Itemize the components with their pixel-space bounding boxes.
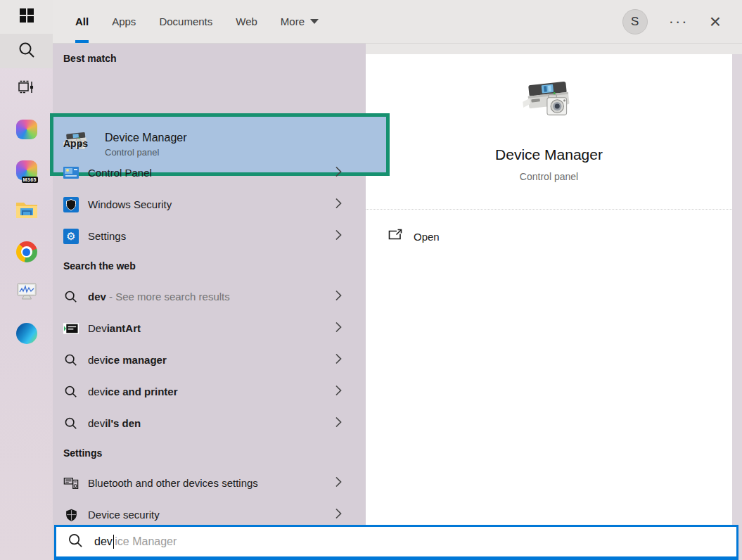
search-flyout: All Apps Documents Web More S ··· × — [53, 0, 742, 560]
shield-icon — [63, 508, 79, 522]
best-match-title: Device Manager — [105, 132, 187, 144]
deviantart-logo-icon — [63, 323, 79, 334]
task-view-icon — [17, 78, 36, 99]
chevron-right-icon — [335, 353, 342, 367]
close-icon: × — [710, 11, 721, 32]
file-explorer-icon — [15, 201, 38, 222]
performance-monitor-icon — [16, 282, 37, 304]
copilot-icon — [16, 120, 37, 139]
result-web-device-and-printer[interactable]: device and printer — [53, 380, 366, 403]
search-suggestion-text: ice Manager — [115, 535, 177, 548]
tab-web[interactable]: Web — [236, 0, 257, 43]
ellipsis-icon: ··· — [669, 13, 689, 30]
open-label: Open — [414, 231, 440, 243]
chrome-icon — [16, 241, 37, 262]
open-action[interactable]: Open — [366, 228, 732, 245]
device-manager-icon — [366, 77, 732, 134]
result-control-panel[interactable]: Control Panel — [53, 161, 366, 184]
result-windows-security[interactable]: Windows Security — [53, 193, 366, 216]
section-settings: Settings — [63, 447, 102, 459]
result-bluetooth-settings[interactable]: Bluetooth and other devices settings — [53, 471, 366, 495]
preview-title: Device Manager — [366, 146, 732, 163]
windows-security-icon — [63, 197, 79, 212]
best-match-subtitle: Control panel — [105, 147, 187, 158]
bluetooth-devices-icon — [63, 476, 79, 491]
section-best-match: Best match — [63, 53, 116, 64]
chevron-right-icon — [335, 476, 342, 490]
search-icon — [63, 290, 79, 304]
search-icon — [18, 41, 36, 62]
file-explorer-button[interactable] — [0, 191, 53, 231]
edge-icon — [16, 323, 37, 344]
search-icon — [63, 385, 79, 399]
chevron-right-icon — [335, 385, 342, 399]
m365-badge: M365 — [22, 177, 39, 183]
search-icon — [68, 533, 84, 552]
search-icon — [63, 416, 79, 431]
divider — [366, 209, 732, 210]
chevron-right-icon — [335, 229, 342, 243]
text-cursor — [113, 535, 115, 549]
taskbar: M365 — [0, 0, 53, 560]
preview-subtitle: Control panel — [366, 171, 732, 182]
close-button[interactable]: × — [710, 11, 721, 33]
more-options-button[interactable]: ··· — [669, 14, 689, 30]
windows-logo-icon — [20, 8, 34, 25]
chevron-down-icon — [310, 19, 319, 24]
result-settings[interactable]: ⚙ Settings — [53, 224, 366, 248]
microsoft-365-copilot-button[interactable]: M365 — [0, 150, 53, 191]
chevron-right-icon — [335, 198, 342, 212]
search-header: All Apps Documents Web More S ··· × — [53, 0, 742, 44]
performance-monitor-button[interactable] — [0, 272, 53, 313]
preview-zone: Device Manager Control panel Open — [366, 44, 742, 560]
tab-more[interactable]: More — [281, 0, 319, 43]
tab-all[interactable]: All — [75, 0, 89, 43]
chevron-right-icon — [335, 416, 342, 431]
section-apps: Apps — [63, 138, 88, 149]
settings-gear-icon: ⚙ — [63, 229, 79, 244]
task-view-button[interactable] — [0, 68, 53, 109]
copilot-button[interactable] — [0, 109, 53, 150]
edge-button[interactable] — [0, 313, 53, 354]
user-avatar[interactable]: S — [622, 9, 648, 34]
search-icon — [63, 353, 79, 367]
search-typed-text: dev — [94, 535, 113, 548]
result-web-device-manager[interactable]: device manager — [53, 348, 366, 371]
result-device-security[interactable]: Device security — [53, 503, 366, 526]
results-list: Best match — [53, 44, 366, 560]
microsoft-365-copilot-icon: M365 — [16, 160, 37, 180]
control-panel-icon — [63, 167, 79, 179]
result-web-see-more[interactable]: dev - See more search results — [53, 285, 366, 308]
result-web-devils-den[interactable]: devil's den — [53, 412, 366, 435]
preview-panel: Device Manager Control panel Open — [366, 54, 732, 525]
chevron-right-icon — [335, 166, 342, 180]
result-web-deviantart[interactable]: DeviantArt — [53, 317, 366, 340]
tab-apps[interactable]: Apps — [112, 0, 136, 43]
chevron-right-icon — [335, 322, 342, 336]
chevron-right-icon — [335, 290, 342, 304]
section-search-the-web: Search the web — [63, 260, 136, 272]
chrome-button[interactable] — [0, 231, 53, 272]
search-input[interactable]: dev ice Manager — [54, 525, 738, 560]
open-external-icon — [388, 228, 403, 245]
start-button[interactable] — [0, 0, 53, 34]
tab-documents[interactable]: Documents — [159, 0, 212, 43]
taskbar-search-button[interactable] — [0, 34, 53, 68]
chevron-right-icon — [335, 508, 342, 522]
search-filter-tabs: All Apps Documents Web More — [75, 0, 319, 43]
